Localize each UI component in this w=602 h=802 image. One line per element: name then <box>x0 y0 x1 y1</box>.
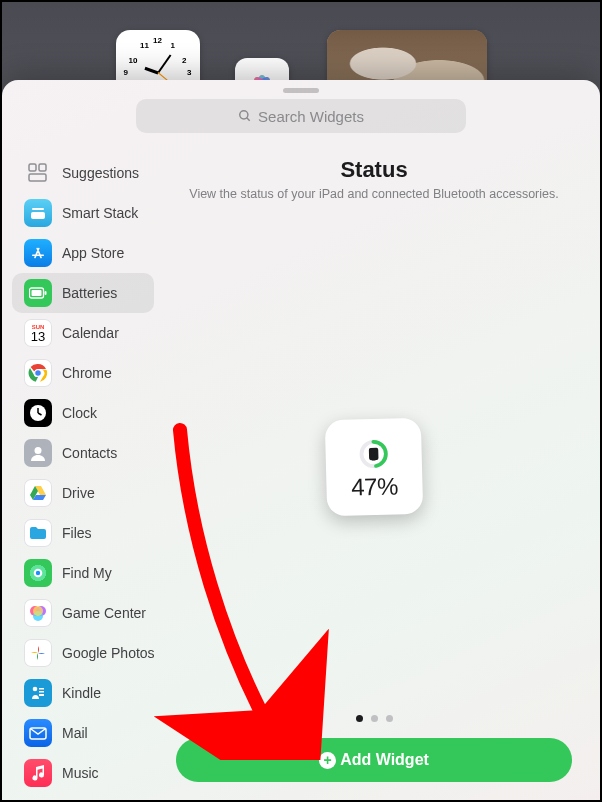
kindle-icon <box>24 679 52 707</box>
app-store-icon <box>24 239 52 267</box>
sidebar-item-drive[interactable]: Drive <box>12 473 154 513</box>
sidebar-item-label: Music <box>62 765 99 781</box>
add-widget-button[interactable]: + Add Widget <box>176 738 572 782</box>
sheet-grabber[interactable] <box>283 88 319 93</box>
game-center-icon <box>24 599 52 627</box>
sidebar-item-label: Game Center <box>62 605 146 621</box>
battery-percentage: 47% <box>351 472 398 501</box>
sidebar-item-label: Files <box>62 525 92 541</box>
page-dot[interactable] <box>356 715 363 722</box>
sidebar-item-label: App Store <box>62 245 124 261</box>
page-dot[interactable] <box>386 715 393 722</box>
sidebar-item-app-store[interactable]: App Store <box>12 233 154 273</box>
sidebar-item-calendar[interactable]: SUN 13 Calendar <box>12 313 154 353</box>
add-widget-label: Add Widget <box>340 751 429 769</box>
svg-rect-12 <box>29 174 46 181</box>
svg-rect-35 <box>369 447 379 459</box>
plus-circle-icon: + <box>319 752 336 769</box>
sidebar-item-label: Chrome <box>62 365 112 381</box>
sidebar-item-label: Contacts <box>62 445 117 461</box>
sidebar-item-label: Drive <box>62 485 95 501</box>
batteries-icon <box>24 279 52 307</box>
sidebar-item-label: Find My <box>62 565 112 581</box>
sidebar-item-google-photos[interactable]: Google Photos <box>12 633 154 673</box>
svg-point-31 <box>33 687 38 692</box>
widget-categories-sidebar: Suggestions Smart Stack App Store Batter… <box>2 141 160 800</box>
sidebar-item-label: Google Photos <box>62 645 155 661</box>
svg-point-30 <box>33 606 43 616</box>
sidebar-item-contacts[interactable]: Contacts <box>12 433 154 473</box>
find-my-icon <box>24 559 52 587</box>
sidebar-item-kindle[interactable]: Kindle <box>12 673 154 713</box>
widget-title: Status <box>340 157 407 183</box>
svg-rect-17 <box>45 291 47 295</box>
contacts-icon <box>24 439 52 467</box>
battery-widget-preview[interactable]: 47% <box>325 417 423 515</box>
sidebar-item-suggestions[interactable]: Suggestions <box>12 153 154 193</box>
svg-rect-10 <box>29 164 36 171</box>
google-photos-icon <box>24 639 52 667</box>
page-dots[interactable] <box>160 715 588 722</box>
svg-line-9 <box>247 118 250 121</box>
sidebar-item-smart-stack[interactable]: Smart Stack <box>12 193 154 233</box>
files-icon <box>24 519 52 547</box>
svg-point-24 <box>35 447 42 454</box>
svg-rect-16 <box>32 290 42 296</box>
sidebar-item-game-center[interactable]: Game Center <box>12 593 154 633</box>
clock-icon <box>24 399 52 427</box>
svg-rect-14 <box>31 212 45 219</box>
sidebar-item-label: Mail <box>62 725 88 741</box>
sidebar-item-label: Suggestions <box>62 165 139 181</box>
smart-stack-icon <box>24 199 52 227</box>
calendar-icon: SUN 13 <box>24 319 52 347</box>
sidebar-item-label: Batteries <box>62 285 117 301</box>
widget-preview-panel: Status View the status of your iPad and … <box>160 141 600 800</box>
svg-point-8 <box>240 111 248 119</box>
sidebar-item-files[interactable]: Files <box>12 513 154 553</box>
sidebar-item-find-my[interactable]: Find My <box>12 553 154 593</box>
sidebar-item-mail[interactable]: Mail <box>12 713 154 753</box>
sidebar-item-batteries[interactable]: Batteries <box>12 273 154 313</box>
sidebar-item-label: Kindle <box>62 685 101 701</box>
sidebar-item-label: Smart Stack <box>62 205 138 221</box>
battery-ring-icon <box>358 438 389 469</box>
chrome-icon <box>24 359 52 387</box>
widget-gallery-sheet: Search Widgets Suggestions Smart Stack <box>2 80 600 800</box>
mail-icon <box>24 719 52 747</box>
widget-subtitle: View the status of your iPad and connect… <box>179 187 568 201</box>
search-icon <box>238 109 252 123</box>
sidebar-item-label: Clock <box>62 405 97 421</box>
svg-rect-13 <box>32 208 44 210</box>
sidebar-item-label: Calendar <box>62 325 119 341</box>
suggestions-icon <box>24 159 52 187</box>
svg-point-26 <box>36 571 40 575</box>
sidebar-item-clock[interactable]: Clock <box>12 393 154 433</box>
search-input[interactable]: Search Widgets <box>136 99 466 133</box>
search-placeholder: Search Widgets <box>258 108 364 125</box>
drive-icon <box>24 479 52 507</box>
svg-rect-11 <box>39 164 46 171</box>
widget-preview-area[interactable]: 47% <box>160 201 588 732</box>
music-icon <box>24 759 52 787</box>
sidebar-item-music[interactable]: Music <box>12 753 154 793</box>
page-dot[interactable] <box>371 715 378 722</box>
sidebar-item-chrome[interactable]: Chrome <box>12 353 154 393</box>
